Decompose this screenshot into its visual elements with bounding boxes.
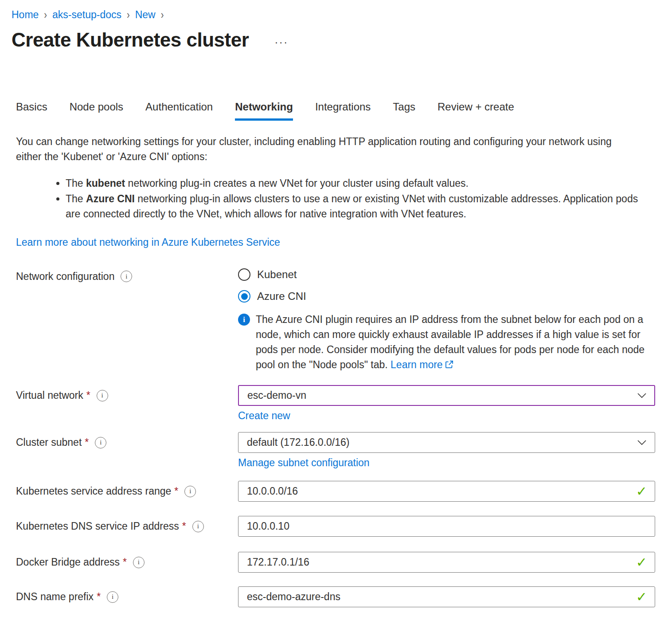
virtual-network-dropdown-wrap: esc-demo-vn	[238, 385, 655, 406]
dns-service-ip-label-cell: Kubernetes DNS service IP address * i	[16, 516, 238, 537]
dns-name-prefix-control-cell: ✓	[238, 586, 655, 607]
breadcrumb-new[interactable]: New	[135, 9, 156, 21]
kubenet-bullet: The kubenet networking plug-in creates a…	[66, 176, 655, 191]
tab-integrations[interactable]: Integrations	[315, 101, 371, 121]
cluster-subnet-row: Cluster subnet * i default (172.16.0.0/1…	[16, 432, 655, 469]
create-kubernetes-cluster-page: Home › aks-setup-docs › New › Create Kub…	[0, 0, 672, 621]
cluster-subnet-control-cell: default (172.16.0.0/16) Manage subnet co…	[238, 432, 655, 469]
networking-form: Network configuration i Kubenet Azure CN…	[16, 267, 655, 607]
info-filled-icon: i	[238, 314, 250, 326]
dns-service-ip-control-cell	[238, 516, 655, 537]
cluster-subnet-label-cell: Cluster subnet * i	[16, 432, 238, 453]
network-configuration-label: Network configuration	[16, 271, 114, 283]
virtual-network-label: Virtual network	[16, 389, 83, 401]
service-address-range-control-cell: ✓	[238, 481, 655, 502]
dns-name-prefix-input[interactable]	[238, 586, 655, 607]
azure-cni-bullet: The Azure CNI networking plug-in allows …	[66, 191, 655, 221]
breadcrumb-aks-setup-docs[interactable]: aks-setup-docs	[52, 9, 121, 21]
required-asterisk: *	[85, 436, 89, 448]
service-address-range-input[interactable]	[238, 481, 655, 502]
required-asterisk: *	[123, 556, 127, 568]
info-icon[interactable]: i	[95, 437, 106, 448]
service-address-range-label: Kubernetes service address range	[16, 485, 171, 497]
tab-authentication[interactable]: Authentication	[145, 101, 213, 121]
network-plugin-bullet-list: The kubenet networking plug-in creates a…	[16, 176, 655, 221]
dns-service-ip-label: Kubernetes DNS service IP address	[16, 520, 179, 532]
required-asterisk: *	[174, 485, 178, 497]
docker-bridge-input[interactable]	[238, 552, 655, 573]
docker-bridge-control-cell: ✓	[238, 552, 655, 573]
azure-cni-note-row: i The Azure CNI plugin requires an IP ad…	[16, 312, 655, 372]
azure-cni-note-text: The Azure CNI plugin requires an IP addr…	[256, 312, 655, 372]
breadcrumb-separator-icon: ›	[44, 8, 47, 21]
dns-name-prefix-label: DNS name prefix	[16, 591, 94, 603]
breadcrumb: Home › aks-setup-docs › New ›	[12, 9, 655, 21]
network-configuration-radio-group: Kubenet Azure CNI	[238, 267, 655, 303]
radio-circle-icon	[238, 268, 250, 281]
radio-circle-icon	[238, 290, 250, 303]
radio-azure-cni[interactable]: Azure CNI	[238, 290, 655, 303]
virtual-network-value: esc-demo-vn	[247, 389, 306, 401]
page-title: Create Kubernetes cluster	[12, 29, 249, 51]
tab-basics[interactable]: Basics	[16, 101, 47, 121]
required-asterisk: *	[182, 520, 186, 532]
dns-service-ip-input[interactable]	[238, 516, 655, 537]
required-asterisk: *	[86, 389, 90, 401]
radio-kubenet[interactable]: Kubenet	[238, 268, 655, 281]
learn-more-networking-link[interactable]: Learn more about networking in Azure Kub…	[16, 236, 280, 248]
info-icon[interactable]: i	[133, 557, 145, 568]
manage-subnet-configuration-link[interactable]: Manage subnet configuration	[238, 457, 370, 469]
cluster-subnet-label: Cluster subnet	[16, 436, 82, 448]
info-icon[interactable]: i	[192, 521, 204, 532]
azure-cni-info-note: i The Azure CNI plugin requires an IP ad…	[238, 312, 655, 372]
dns-name-prefix-row: DNS name prefix * i ✓	[16, 586, 655, 607]
virtual-network-label-cell: Virtual network * i	[16, 385, 238, 406]
network-configuration-label-cell: Network configuration i	[16, 270, 238, 283]
tab-tags[interactable]: Tags	[393, 101, 415, 121]
create-new-vnet-link[interactable]: Create new	[238, 410, 290, 422]
service-address-range-label-cell: Kubernetes service address range * i	[16, 481, 238, 502]
network-configuration-row: Network configuration i Kubenet Azure CN…	[16, 267, 655, 303]
info-icon[interactable]: i	[184, 486, 196, 497]
info-icon[interactable]: i	[107, 591, 118, 603]
cluster-subnet-value: default (172.16.0.0/16)	[247, 436, 349, 448]
more-options-ellipsis-icon[interactable]: ···	[274, 36, 288, 49]
virtual-network-row: Virtual network * i esc-demo-vn Create n…	[16, 385, 655, 422]
tab-networking[interactable]: Networking	[235, 101, 293, 121]
networking-intro-paragraph: You can change networking settings for y…	[16, 134, 637, 164]
radio-kubenet-label: Kubenet	[257, 268, 297, 281]
tab-bar: Basics Node pools Authentication Network…	[16, 101, 655, 121]
cluster-subnet-dropdown[interactable]: default (172.16.0.0/16)	[238, 432, 655, 453]
breadcrumb-separator-icon: ›	[161, 8, 164, 21]
tab-review-create[interactable]: Review + create	[438, 101, 514, 121]
radio-azure-cni-label: Azure CNI	[257, 290, 306, 303]
required-asterisk: *	[97, 591, 101, 603]
tab-node-pools[interactable]: Node pools	[70, 101, 123, 121]
external-link-icon	[445, 360, 454, 369]
title-row: Create Kubernetes cluster ···	[12, 29, 655, 51]
dns-service-ip-row: Kubernetes DNS service IP address * i	[16, 516, 655, 537]
breadcrumb-home[interactable]: Home	[12, 9, 39, 21]
virtual-network-dropdown[interactable]: esc-demo-vn	[238, 385, 655, 406]
virtual-network-control-cell: esc-demo-vn Create new	[238, 385, 655, 422]
azure-cni-learn-more-link[interactable]: Learn more	[391, 359, 454, 370]
cluster-subnet-dropdown-wrap: default (172.16.0.0/16)	[238, 432, 655, 453]
info-icon[interactable]: i	[121, 271, 132, 282]
dns-name-prefix-input-wrap: ✓	[238, 586, 655, 607]
docker-bridge-label: Docker Bridge address	[16, 556, 120, 568]
service-address-range-input-wrap: ✓	[238, 481, 655, 502]
dns-name-prefix-label-cell: DNS name prefix * i	[16, 586, 238, 607]
docker-bridge-label-cell: Docker Bridge address * i	[16, 552, 238, 573]
service-address-range-row: Kubernetes service address range * i ✓	[16, 481, 655, 502]
info-icon[interactable]: i	[97, 390, 108, 401]
breadcrumb-separator-icon: ›	[127, 8, 130, 21]
dns-service-ip-input-wrap	[238, 516, 655, 537]
docker-bridge-input-wrap: ✓	[238, 552, 655, 573]
docker-bridge-row: Docker Bridge address * i ✓	[16, 552, 655, 573]
